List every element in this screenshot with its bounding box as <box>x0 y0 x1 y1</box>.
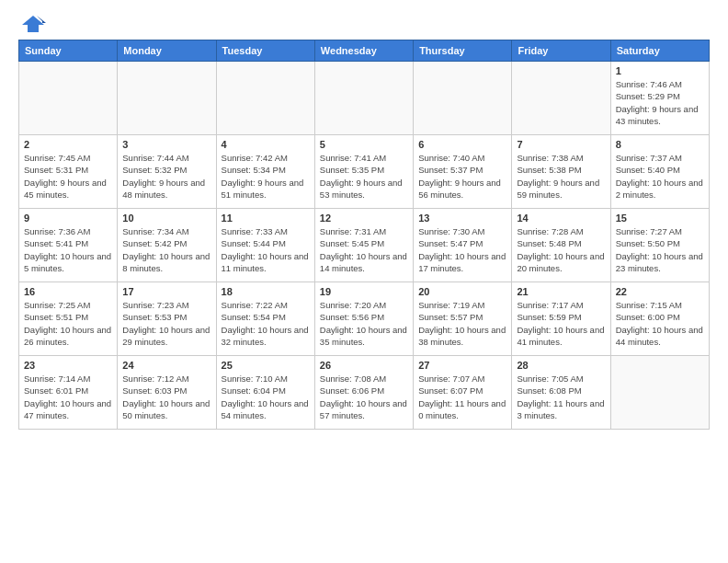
calendar-cell: 26Sunrise: 7:08 AM Sunset: 6:06 PM Dayli… <box>314 356 413 430</box>
day-number: 22 <box>616 286 704 297</box>
day-info: Sunrise: 7:10 AM Sunset: 6:04 PM Dayligh… <box>222 373 310 421</box>
logo-icon <box>20 14 46 34</box>
day-number: 23 <box>24 360 112 371</box>
calendar-cell: 23Sunrise: 7:14 AM Sunset: 6:01 PM Dayli… <box>19 356 118 430</box>
calendar-cell: 13Sunrise: 7:30 AM Sunset: 5:47 PM Dayli… <box>414 209 512 282</box>
day-number: 17 <box>122 286 210 297</box>
day-number: 14 <box>517 213 605 224</box>
calendar-cell: 16Sunrise: 7:25 AM Sunset: 5:51 PM Dayli… <box>19 282 118 356</box>
day-number: 16 <box>24 286 112 297</box>
day-number: 18 <box>222 286 310 297</box>
weekday-header-row: SundayMondayTuesdayWednesdayThursdayFrid… <box>19 40 710 62</box>
calendar-cell: 17Sunrise: 7:23 AM Sunset: 5:53 PM Dayli… <box>118 282 216 356</box>
day-number: 10 <box>122 213 210 224</box>
day-number: 28 <box>517 360 605 371</box>
day-info: Sunrise: 7:31 AM Sunset: 5:45 PM Dayligh… <box>320 225 408 274</box>
calendar-cell <box>19 62 118 135</box>
day-info: Sunrise: 7:44 AM Sunset: 5:32 PM Dayligh… <box>122 152 210 201</box>
weekday-friday: Friday <box>512 40 610 62</box>
calendar-cell: 2Sunrise: 7:45 AM Sunset: 5:31 PM Daylig… <box>19 135 118 209</box>
svg-marker-0 <box>22 16 44 32</box>
calendar-cell: 25Sunrise: 7:10 AM Sunset: 6:04 PM Dayli… <box>216 356 314 430</box>
page: SundayMondayTuesdayWednesdayThursdayFrid… <box>0 0 728 563</box>
day-info: Sunrise: 7:45 AM Sunset: 5:31 PM Dayligh… <box>24 152 112 201</box>
week-row-3: 9Sunrise: 7:36 AM Sunset: 5:41 PM Daylig… <box>19 209 710 282</box>
day-info: Sunrise: 7:07 AM Sunset: 6:07 PM Dayligh… <box>418 373 506 421</box>
calendar-cell: 21Sunrise: 7:17 AM Sunset: 5:59 PM Dayli… <box>512 282 610 356</box>
calendar-cell: 27Sunrise: 7:07 AM Sunset: 6:07 PM Dayli… <box>414 356 512 430</box>
day-info: Sunrise: 7:25 AM Sunset: 5:51 PM Dayligh… <box>24 299 112 348</box>
calendar-cell: 20Sunrise: 7:19 AM Sunset: 5:57 PM Dayli… <box>414 282 512 356</box>
calendar-cell: 10Sunrise: 7:34 AM Sunset: 5:42 PM Dayli… <box>118 209 216 282</box>
weekday-tuesday: Tuesday <box>216 40 314 62</box>
day-info: Sunrise: 7:22 AM Sunset: 5:54 PM Dayligh… <box>222 299 310 348</box>
day-info: Sunrise: 7:17 AM Sunset: 5:59 PM Dayligh… <box>517 299 605 348</box>
weekday-sunday: Sunday <box>19 40 118 62</box>
day-number: 21 <box>517 286 605 297</box>
calendar-cell: 15Sunrise: 7:27 AM Sunset: 5:50 PM Dayli… <box>610 209 709 282</box>
day-number: 27 <box>418 360 506 371</box>
day-info: Sunrise: 7:38 AM Sunset: 5:38 PM Dayligh… <box>517 152 605 201</box>
calendar-cell: 28Sunrise: 7:05 AM Sunset: 6:08 PM Dayli… <box>512 356 610 430</box>
weekday-wednesday: Wednesday <box>314 40 413 62</box>
day-info: Sunrise: 7:15 AM Sunset: 6:00 PM Dayligh… <box>616 299 704 348</box>
calendar-cell <box>512 62 610 135</box>
day-number: 11 <box>222 213 310 224</box>
week-row-4: 16Sunrise: 7:25 AM Sunset: 5:51 PM Dayli… <box>19 282 710 356</box>
calendar-cell: 14Sunrise: 7:28 AM Sunset: 5:48 PM Dayli… <box>512 209 610 282</box>
weekday-monday: Monday <box>118 40 216 62</box>
day-info: Sunrise: 7:14 AM Sunset: 6:01 PM Dayligh… <box>24 373 112 421</box>
day-info: Sunrise: 7:08 AM Sunset: 6:06 PM Dayligh… <box>320 373 408 421</box>
calendar-cell: 3Sunrise: 7:44 AM Sunset: 5:32 PM Daylig… <box>118 135 216 209</box>
day-info: Sunrise: 7:46 AM Sunset: 5:29 PM Dayligh… <box>616 78 704 127</box>
day-number: 3 <box>122 139 210 150</box>
day-info: Sunrise: 7:23 AM Sunset: 5:53 PM Dayligh… <box>122 299 210 348</box>
week-row-5: 23Sunrise: 7:14 AM Sunset: 6:01 PM Dayli… <box>19 356 710 430</box>
day-info: Sunrise: 7:19 AM Sunset: 5:57 PM Dayligh… <box>418 299 506 348</box>
calendar-cell <box>414 62 512 135</box>
day-number: 26 <box>320 360 408 371</box>
day-number: 9 <box>24 213 112 224</box>
day-number: 5 <box>320 139 408 150</box>
week-row-1: 1Sunrise: 7:46 AM Sunset: 5:29 PM Daylig… <box>19 62 710 135</box>
calendar-cell <box>314 62 413 135</box>
day-info: Sunrise: 7:12 AM Sunset: 6:03 PM Dayligh… <box>122 373 210 421</box>
week-row-2: 2Sunrise: 7:45 AM Sunset: 5:31 PM Daylig… <box>19 135 710 209</box>
day-info: Sunrise: 7:33 AM Sunset: 5:44 PM Dayligh… <box>222 225 310 274</box>
calendar-cell <box>610 356 709 430</box>
day-number: 6 <box>418 139 506 150</box>
day-info: Sunrise: 7:40 AM Sunset: 5:37 PM Dayligh… <box>418 152 506 201</box>
day-number: 19 <box>320 286 408 297</box>
calendar-cell: 4Sunrise: 7:42 AM Sunset: 5:34 PM Daylig… <box>216 135 314 209</box>
day-number: 12 <box>320 213 408 224</box>
calendar-cell: 19Sunrise: 7:20 AM Sunset: 5:56 PM Dayli… <box>314 282 413 356</box>
calendar-table: SundayMondayTuesdayWednesdayThursdayFrid… <box>18 40 710 430</box>
day-number: 7 <box>517 139 605 150</box>
calendar-cell: 24Sunrise: 7:12 AM Sunset: 6:03 PM Dayli… <box>118 356 216 430</box>
calendar-cell: 1Sunrise: 7:46 AM Sunset: 5:29 PM Daylig… <box>610 62 709 135</box>
day-info: Sunrise: 7:41 AM Sunset: 5:35 PM Dayligh… <box>320 152 408 201</box>
logo <box>18 14 46 30</box>
weekday-saturday: Saturday <box>610 40 709 62</box>
calendar-cell: 7Sunrise: 7:38 AM Sunset: 5:38 PM Daylig… <box>512 135 610 209</box>
day-info: Sunrise: 7:28 AM Sunset: 5:48 PM Dayligh… <box>517 225 605 274</box>
day-number: 1 <box>616 65 704 76</box>
day-number: 13 <box>418 213 506 224</box>
day-number: 24 <box>122 360 210 371</box>
day-info: Sunrise: 7:36 AM Sunset: 5:41 PM Dayligh… <box>24 225 112 274</box>
header <box>18 14 710 30</box>
day-info: Sunrise: 7:34 AM Sunset: 5:42 PM Dayligh… <box>122 225 210 274</box>
calendar-cell: 8Sunrise: 7:37 AM Sunset: 5:40 PM Daylig… <box>610 135 709 209</box>
day-number: 15 <box>616 213 704 224</box>
weekday-thursday: Thursday <box>414 40 512 62</box>
calendar-cell: 6Sunrise: 7:40 AM Sunset: 5:37 PM Daylig… <box>414 135 512 209</box>
calendar-cell: 18Sunrise: 7:22 AM Sunset: 5:54 PM Dayli… <box>216 282 314 356</box>
calendar-cell: 11Sunrise: 7:33 AM Sunset: 5:44 PM Dayli… <box>216 209 314 282</box>
day-info: Sunrise: 7:42 AM Sunset: 5:34 PM Dayligh… <box>222 152 310 201</box>
day-info: Sunrise: 7:05 AM Sunset: 6:08 PM Dayligh… <box>517 373 605 421</box>
calendar-cell <box>118 62 216 135</box>
day-info: Sunrise: 7:27 AM Sunset: 5:50 PM Dayligh… <box>616 225 704 274</box>
calendar-cell: 12Sunrise: 7:31 AM Sunset: 5:45 PM Dayli… <box>314 209 413 282</box>
day-number: 2 <box>24 139 112 150</box>
day-number: 20 <box>418 286 506 297</box>
